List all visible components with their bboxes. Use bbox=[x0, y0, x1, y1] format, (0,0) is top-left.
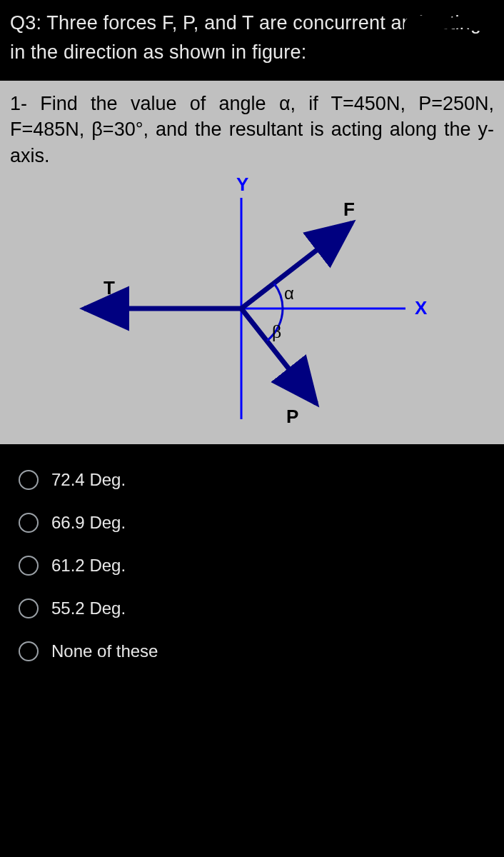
force-diagram: Y X F T P α β bbox=[52, 173, 452, 437]
radio-icon bbox=[19, 598, 39, 618]
radio-icon bbox=[19, 556, 39, 576]
question-heading: Q3: Three forces F, P, and T are concurr… bbox=[0, 0, 504, 81]
options-list: 72.4 Deg. 66.9 Deg. 61.2 Deg. 55.2 Deg. … bbox=[0, 444, 504, 673]
label-t: T bbox=[104, 277, 115, 299]
problem-statement: 1- Find the value of angle α, if T=450N,… bbox=[10, 91, 494, 169]
vector-f bbox=[241, 223, 352, 309]
figure-area: Y X F T P α β bbox=[10, 173, 494, 437]
option-5[interactable]: None of these bbox=[10, 630, 494, 673]
problem-panel: 1- Find the value of angle α, if T=450N,… bbox=[0, 81, 504, 444]
option-3[interactable]: 61.2 Deg. bbox=[10, 544, 494, 587]
redaction-mark bbox=[404, 13, 497, 33]
arc-alpha bbox=[274, 284, 283, 309]
label-beta: β bbox=[272, 321, 281, 342]
option-label: 55.2 Deg. bbox=[51, 598, 126, 618]
radio-icon bbox=[19, 641, 39, 661]
option-2[interactable]: 66.9 Deg. bbox=[10, 501, 494, 544]
option-label: 61.2 Deg. bbox=[51, 556, 126, 576]
label-y: Y bbox=[236, 174, 248, 195]
radio-icon bbox=[19, 513, 39, 533]
option-label: 72.4 Deg. bbox=[51, 470, 126, 490]
label-x: X bbox=[415, 297, 428, 319]
label-f: F bbox=[343, 199, 355, 220]
option-1[interactable]: 72.4 Deg. bbox=[10, 458, 494, 501]
label-p: P bbox=[286, 406, 298, 427]
label-alpha: α bbox=[284, 284, 294, 303]
option-label: 66.9 Deg. bbox=[51, 513, 126, 533]
option-label: None of these bbox=[51, 641, 158, 661]
option-4[interactable]: 55.2 Deg. bbox=[10, 587, 494, 630]
radio-icon bbox=[19, 470, 39, 490]
